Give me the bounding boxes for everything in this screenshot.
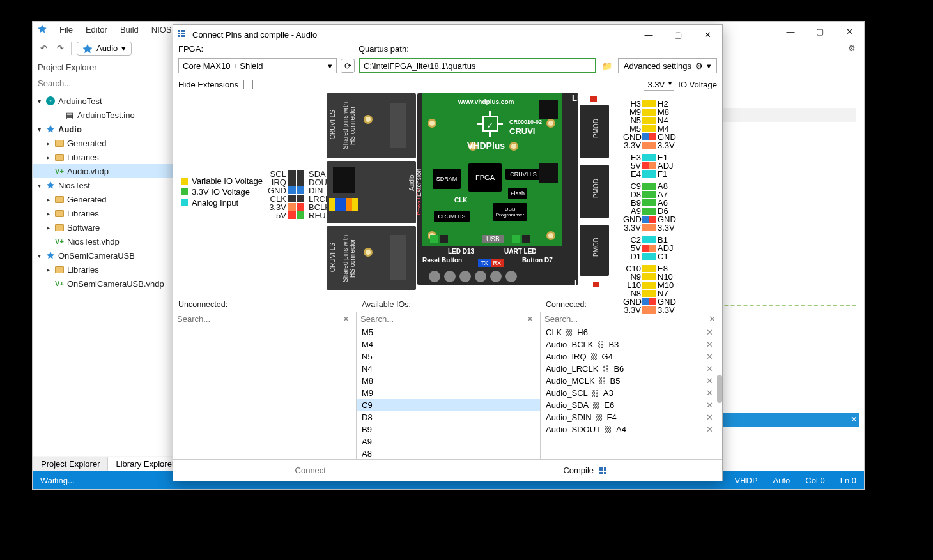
tree-item[interactable]: V+NiosTest.vhdp: [33, 234, 173, 248]
io-voltage-label: IO Voltage: [678, 80, 717, 89]
tree-item[interactable]: V+OnSemiCameraUSB.vhdp: [33, 276, 173, 291]
link-icon: ⛓: [590, 352, 598, 361]
remove-connection-icon[interactable]: ✕: [702, 352, 717, 361]
dialog-maximize-button[interactable]: ▢: [663, 25, 693, 44]
tree-item[interactable]: ▸Libraries: [33, 150, 173, 164]
folder-icon: [54, 222, 65, 232]
quartus-path-input[interactable]: C:\intelFPGA_lite\18.1\quartus: [359, 58, 596, 73]
hide-extensions-checkbox[interactable]: [243, 80, 253, 89]
connected-item[interactable]: Audio_SDA⛓E6✕: [541, 399, 722, 411]
connected-item[interactable]: Audio_SDOUT⛓A4✕: [541, 423, 722, 435]
remove-connection-icon[interactable]: ✕: [702, 412, 717, 422]
tree-item-label: Software: [67, 223, 100, 232]
remove-connection-icon[interactable]: ✕: [702, 328, 717, 337]
sidebar-search-input[interactable]: [36, 77, 169, 90]
connect-button[interactable]: Connect: [173, 460, 448, 481]
pinmap-row: E4F1: [623, 170, 676, 178]
advanced-settings-button[interactable]: Advanced settings ⚙ ▾: [618, 58, 717, 73]
redo-icon[interactable]: ↷: [54, 43, 66, 54]
tree-item-label: Generated: [67, 195, 106, 204]
available-io-item[interactable]: A8: [357, 448, 540, 459]
available-io-item[interactable]: A9: [357, 435, 540, 448]
available-io-item[interactable]: N4: [357, 363, 540, 375]
maximize-button[interactable]: ▢: [805, 22, 835, 41]
dialog-titlebar: Connect Pins and compile - Audio — ▢ ✕: [173, 25, 722, 44]
folder-icon: [54, 208, 65, 218]
link-icon: ⛓: [605, 425, 612, 434]
remove-connection-icon[interactable]: ✕: [702, 340, 717, 349]
available-ios-list: ✕ M5M4N5N4M8M9C9D8B9A9A8: [357, 312, 541, 459]
tree-item-label: ArduinoTest: [58, 96, 102, 106]
undo-icon[interactable]: ↶: [38, 43, 49, 54]
status-col: Col 0: [805, 476, 824, 485]
tree-item[interactable]: ▾OnSemiCameraUSB: [33, 248, 173, 262]
connected-item[interactable]: Audio_IRQ⛓G4✕: [541, 351, 722, 363]
dialog-minimize-button[interactable]: —: [634, 25, 663, 44]
tree-item[interactable]: ▾NiosTest: [33, 178, 173, 192]
menu-build[interactable]: Build: [114, 24, 145, 36]
dialog-footer: Connect Compile: [173, 459, 722, 481]
tree-item-label: Audio.vhdp: [67, 167, 109, 176]
panel-close-icon[interactable]: ✕: [851, 414, 858, 424]
connected-item[interactable]: Audio_SCL⛓A3✕: [541, 387, 722, 399]
remove-connection-icon[interactable]: ✕: [702, 376, 717, 386]
available-io-item[interactable]: C9: [357, 399, 540, 411]
clear-icon[interactable]: ✕: [706, 314, 718, 324]
connected-item[interactable]: Audio_BCLK⛓B3✕: [541, 338, 722, 351]
fpga-combo[interactable]: Core MAX10 + Shield ▾: [178, 58, 337, 73]
link-icon: ⛓: [596, 413, 603, 422]
dialog-close-button[interactable]: ✕: [693, 25, 722, 44]
available-search-input[interactable]: [360, 314, 524, 324]
refresh-button[interactable]: ⟳: [341, 59, 355, 73]
remove-connection-icon[interactable]: ✕: [702, 425, 717, 434]
tree-item[interactable]: ▸Generated: [33, 192, 173, 206]
bottom-tab[interactable]: Project Explorer: [33, 457, 108, 471]
sidebar-title: Project Explorer: [33, 60, 173, 75]
clear-icon[interactable]: ✕: [524, 314, 536, 324]
tree-item[interactable]: ▾∞ArduinoTest: [33, 94, 173, 108]
connected-item[interactable]: Audio_SDIN⛓F4✕: [541, 411, 722, 423]
tree-item[interactable]: ▸Generated: [33, 136, 173, 150]
scrollbar-thumb[interactable]: [717, 375, 722, 403]
tree-item[interactable]: ▤ArduinoTest.ino: [33, 108, 173, 122]
available-io-item[interactable]: N5: [357, 351, 540, 363]
available-io-item[interactable]: M9: [357, 387, 540, 399]
connected-item[interactable]: CLK⛓H6✕: [541, 326, 722, 338]
pinmap-row: 3.3V3.3V: [623, 141, 676, 149]
available-io-item[interactable]: M8: [357, 375, 540, 387]
connected-item[interactable]: Audio_MCLK⛓B5✕: [541, 375, 722, 387]
remove-connection-icon[interactable]: ✕: [702, 400, 717, 410]
available-io-item[interactable]: D8: [357, 411, 540, 423]
connected-search-input[interactable]: [544, 314, 706, 324]
tree-item[interactable]: ▸Libraries: [33, 206, 173, 220]
unconnected-search-input[interactable]: [177, 314, 340, 324]
link-icon: ⛓: [599, 377, 606, 386]
io-voltage-select[interactable]: 3.3V: [644, 79, 675, 91]
available-io-item[interactable]: M4: [357, 338, 540, 351]
tree-item[interactable]: ▾Audio: [33, 122, 173, 136]
menu-editor[interactable]: Editor: [79, 24, 114, 36]
tree-item[interactable]: ▸Software: [33, 220, 173, 234]
tree-item[interactable]: V+Audio.vhdp: [33, 164, 173, 178]
compile-button[interactable]: Compile: [448, 460, 723, 481]
bottom-tab[interactable]: Library Explorer: [107, 457, 183, 471]
close-button[interactable]: ✕: [835, 22, 864, 41]
connected-item[interactable]: Audio_LRCLK⛓B6✕: [541, 363, 722, 375]
vhdp-icon: [82, 43, 93, 54]
chevron-down-icon: ▾: [328, 61, 332, 71]
remove-connection-icon[interactable]: ✕: [702, 388, 717, 398]
browse-folder-button[interactable]: 📁: [600, 59, 614, 73]
unconnected-list: ✕: [173, 312, 357, 459]
menu-file[interactable]: File: [53, 24, 79, 36]
panel-minimize-icon[interactable]: —: [836, 414, 844, 424]
available-io-item[interactable]: M5: [357, 326, 540, 338]
project-combo[interactable]: Audio ▾: [77, 42, 132, 56]
clear-icon[interactable]: ✕: [340, 314, 352, 324]
minimize-button[interactable]: —: [776, 22, 805, 41]
available-io-item[interactable]: B9: [357, 423, 540, 435]
settings-icon[interactable]: ⚙: [847, 43, 859, 54]
remove-connection-icon[interactable]: ✕: [702, 364, 717, 374]
tree-item-label: Libraries: [67, 265, 99, 275]
tree-item[interactable]: ▸Libraries: [33, 262, 173, 276]
connected-list: ✕ CLK⛓H6✕Audio_BCLK⛓B3✕Audio_IRQ⛓G4✕Audi…: [541, 312, 722, 459]
